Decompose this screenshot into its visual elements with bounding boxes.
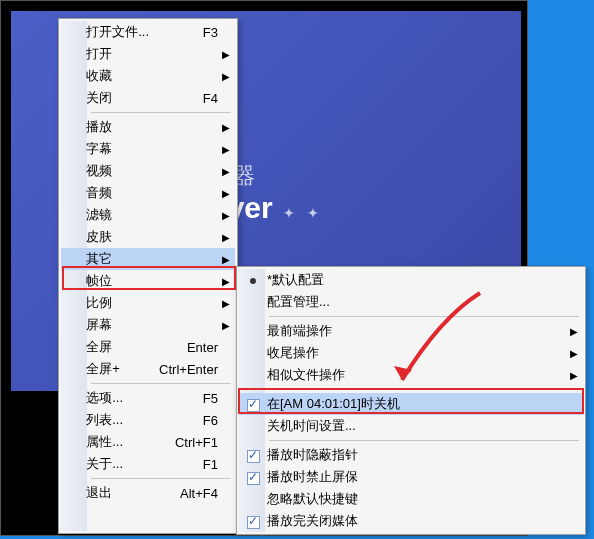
chevron-right-icon: ▶ [218,160,235,182]
chevron-right-icon: ▶ [218,292,235,314]
checkbox-icon [247,472,260,485]
app-subtitle: 放器 [211,161,521,191]
main-menu-item-19[interactable]: 列表...F6 [61,409,235,431]
main-menu-item-0[interactable]: 打开文件...F3 [61,21,235,43]
main-menu-item-13[interactable]: 比例▶ [61,292,235,314]
menu-item-shortcut [495,342,565,364]
chevron-right-icon: ▶ [218,314,235,336]
menu-item-shortcut: Ctrl+Enter [149,358,218,380]
menu-item-shortcut [149,43,218,65]
main-menu-item-20[interactable]: 属性...Ctrl+F1 [61,431,235,453]
menu-item-shortcut [149,226,218,248]
chevron-right-icon: ▶ [565,364,583,386]
sub-menu-item-7[interactable]: 在[AM 04:01:01]时关机 [239,393,583,415]
menu-item-shortcut [495,510,565,532]
menu-item-label: 收藏 [86,65,149,87]
chevron-right-icon: ▶ [218,248,235,270]
main-menu-item-9[interactable]: 滤镜▶ [61,204,235,226]
menu-item-shortcut [495,466,565,488]
context-menu-main[interactable]: 打开文件...F3打开▶收藏▶关闭F4播放▶字幕▶视频▶音频▶滤镜▶皮肤▶其它▶… [58,18,238,534]
chevron-right-icon: ▶ [218,138,235,160]
sparkle-icon: ✦ ✦ [283,205,319,221]
menu-item-label: 播放 [86,116,149,138]
menu-item-shortcut: Alt+F4 [149,482,218,504]
menu-item-label: 配置管理... [267,291,495,313]
main-menu-separator [61,380,235,387]
chevron-right-icon: ▶ [565,342,583,364]
menu-item-label: 属性... [86,431,149,453]
sub-menu-item-5[interactable]: 相似文件操作▶ [239,364,583,386]
menu-item-shortcut [149,160,218,182]
menu-item-shortcut [149,292,218,314]
chevron-right-icon: ▶ [218,270,235,292]
menu-item-label: 字幕 [86,138,149,160]
menu-item-shortcut [149,182,218,204]
sub-menu-item-8[interactable]: 关机时间设置... [239,415,583,437]
main-menu-separator [61,109,235,116]
menu-item-shortcut [495,444,565,466]
menu-item-label: 屏幕 [86,314,149,336]
menu-item-label: 其它 [86,248,149,270]
sub-menu-item-4[interactable]: 收尾操作▶ [239,342,583,364]
menu-item-label: 帧位 [86,270,149,292]
sub-menu-item-11[interactable]: 播放时禁止屏保 [239,466,583,488]
main-menu-item-21[interactable]: 关于...F1 [61,453,235,475]
menu-item-shortcut [149,314,218,336]
main-menu-item-2[interactable]: 收藏▶ [61,65,235,87]
menu-item-label: 最前端操作 [267,320,495,342]
sub-menu-item-3[interactable]: 最前端操作▶ [239,320,583,342]
menu-item-shortcut: F1 [149,453,218,475]
menu-item-label: 收尾操作 [267,342,495,364]
menu-item-label: 皮肤 [86,226,149,248]
main-menu-item-16[interactable]: 全屏+Ctrl+Enter [61,358,235,380]
menu-item-shortcut: F4 [149,87,218,109]
menu-item-label: 打开文件... [86,21,149,43]
main-menu-item-1[interactable]: 打开▶ [61,43,235,65]
chevron-right-icon: ▶ [218,65,235,87]
menu-item-shortcut: F6 [149,409,218,431]
checkbox-icon [247,516,260,529]
main-menu-item-14[interactable]: 屏幕▶ [61,314,235,336]
context-menu-other-submenu[interactable]: *默认配置配置管理...最前端操作▶收尾操作▶相似文件操作▶在[AM 04:01… [236,266,586,535]
sub-menu-item-1[interactable]: 配置管理... [239,291,583,313]
main-menu-item-7[interactable]: 视频▶ [61,160,235,182]
chevron-right-icon: ▶ [218,226,235,248]
menu-item-label: 打开 [86,43,149,65]
menu-item-label: 在[AM 04:01:01]时关机 [267,393,495,415]
sub-menu-separator [239,437,583,444]
sub-menu-separator [239,386,583,393]
main-menu-item-18[interactable]: 选项...F5 [61,387,235,409]
menu-item-label: 播放完关闭媒体 [267,510,495,532]
main-menu-item-11[interactable]: 其它▶ [61,248,235,270]
main-menu-item-15[interactable]: 全屏Enter [61,336,235,358]
menu-item-shortcut [495,364,565,386]
main-menu-item-12[interactable]: 帧位▶ [61,270,235,292]
main-menu-item-6[interactable]: 字幕▶ [61,138,235,160]
chevron-right-icon: ▶ [565,320,583,342]
sub-menu-item-10[interactable]: 播放时隐蔽指针 [239,444,583,466]
chevron-right-icon: ▶ [218,43,235,65]
sub-menu-item-12[interactable]: 忽略默认快捷键 [239,488,583,510]
main-menu-item-8[interactable]: 音频▶ [61,182,235,204]
sub-menu-item-13[interactable]: 播放完关闭媒体 [239,510,583,532]
checkbox-icon [247,450,260,463]
menu-item-label: 关闭 [86,87,149,109]
menu-item-label: 滤镜 [86,204,149,226]
main-menu-item-3[interactable]: 关闭F4 [61,87,235,109]
sub-menu-separator [239,313,583,320]
menu-item-label: 全屏 [86,336,149,358]
main-menu-item-5[interactable]: 播放▶ [61,116,235,138]
menu-item-shortcut [495,393,565,415]
menu-item-label: 列表... [86,409,149,431]
menu-item-shortcut [149,65,218,87]
main-menu-item-10[interactable]: 皮肤▶ [61,226,235,248]
menu-item-label: 忽略默认快捷键 [267,488,495,510]
menu-item-label: *默认配置 [267,269,495,291]
menu-item-label: 比例 [86,292,149,314]
menu-item-label: 播放时隐蔽指针 [267,444,495,466]
menu-item-shortcut [495,320,565,342]
menu-item-shortcut: F3 [149,21,218,43]
menu-item-shortcut [149,138,218,160]
sub-menu-item-0[interactable]: *默认配置 [239,269,583,291]
main-menu-item-23[interactable]: 退出Alt+F4 [61,482,235,504]
